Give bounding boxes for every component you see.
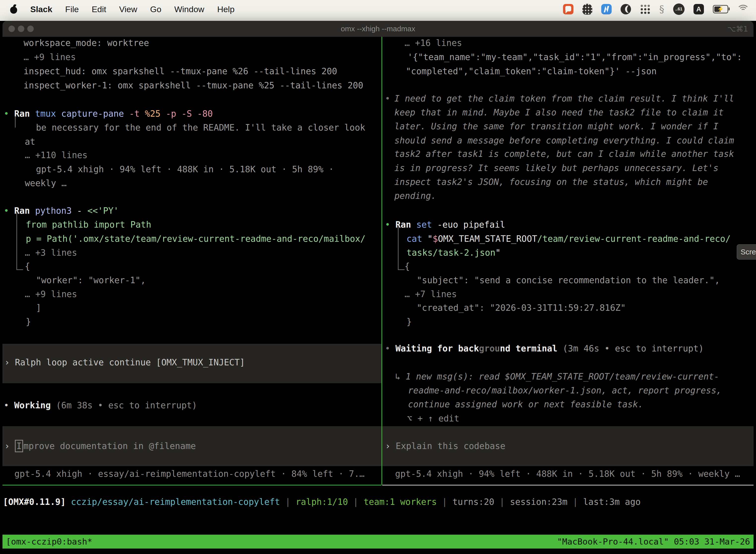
cat-command-line-2: tasks/task-2.json" (406, 246, 501, 260)
window-title: omx --xhigh --madmax (2, 21, 754, 37)
log-line: workspace_mode: worktree (23, 36, 149, 50)
mailbox-message-line: ↳ 1 new msg(s): read $OMX_TEAM_STATE_ROO… (395, 370, 719, 384)
command-tail-line: "completed","claim_token":"claim-token"}… (406, 64, 656, 78)
json-output-line: ] (36, 301, 41, 315)
collapsed-lines-indicator[interactable]: … +7 lines (404, 287, 457, 301)
menu-bar: Slack File Edit View Go Window Help § ..… (0, 0, 756, 21)
waiting-bullet-icon: • (385, 343, 395, 353)
left-input-text[interactable]: › Improve documentation in @filename (4, 439, 196, 453)
menu-item-view[interactable]: View (119, 4, 137, 14)
json-output-line: "worker": "worker-1", (36, 273, 146, 287)
prompt-chevron-icon: › (4, 441, 15, 451)
thinking-line: pending. (394, 189, 436, 203)
menu-item-file[interactable]: File (65, 4, 79, 14)
collapsed-lines-indicator[interactable]: … +3 lines (25, 246, 77, 260)
json-output-line: } (406, 315, 412, 329)
json-output-line: "created_at": "2026-03-31T11:59:27.816Z" (417, 301, 626, 315)
moon-app-icon[interactable] (621, 4, 631, 14)
screen-tooltip: Scre (737, 244, 756, 260)
shield-app-icon[interactable] (582, 4, 592, 15)
output-connector-line (15, 116, 20, 127)
mailbox-message-line: readme-and-reco/mailbox/worker-1.json, a… (408, 384, 721, 398)
blue-app-icon[interactable] (601, 4, 612, 14)
json-output-line: } (26, 315, 31, 329)
waiting-status-line: • Waiting for background terminal (3m 46… (385, 341, 704, 356)
tmux-status-bar: [omx-cczip0:bash* "MacBook-Pro-44.local"… (2, 535, 754, 549)
tmux-host-clock: "MacBook-Pro-44.local" 05:03 31-Mar-26 (557, 537, 750, 547)
right-session-status: gpt-5.4 xhigh · 94% left · 488K in · 5.1… (395, 467, 740, 481)
pane-divider[interactable] (381, 37, 382, 485)
code-line: from pathlib import Path (26, 218, 151, 232)
ran-tmux-command-line: • Ran tmux capture-pane -t %25 -p -S -80 (4, 107, 213, 121)
command-output-line: gpt-5.4 xhigh · 94% left · 488K in · 5.1… (36, 162, 334, 176)
thinking-line: should send a message before completing … (394, 133, 734, 148)
left-pane-bottom-border (2, 485, 381, 486)
ran-bullet-icon: • (4, 109, 9, 119)
command-output-line: weekly … (25, 176, 67, 190)
squiggle-app-icon[interactable]: § (659, 3, 664, 15)
collapsed-lines-indicator[interactable]: … +9 lines (25, 287, 77, 301)
log-line: inspect_worker-1: omx sparkshell --tmux-… (23, 78, 363, 93)
mailbox-message-line: continue assigned work or next feasible … (408, 397, 643, 411)
thinking-line: keep that in mind. Maybe I also need the… (394, 106, 724, 120)
right-input-text[interactable]: › Explain this codebase (385, 439, 505, 453)
ran-bullet-icon: • (4, 206, 9, 216)
json-output-line: { (25, 259, 30, 274)
thinking-line: I need to get the claim token from the c… (394, 92, 734, 106)
wifi-icon[interactable] (737, 5, 749, 14)
text-cursor: I (15, 440, 23, 452)
thinking-bullet-icon: • (385, 92, 390, 106)
collapsed-lines-indicator[interactable]: … +110 lines (25, 148, 87, 162)
omx-hud-line: [OMX#0.11.9] cczip/essay/ai-reimplementa… (3, 495, 641, 509)
log-line: inspect_hud: omx sparkshell --tmux-pane … (23, 64, 337, 78)
prompt-chevron-icon: › (385, 441, 396, 451)
thinking-line: inspect task2's JSON, focusing on the st… (394, 175, 708, 189)
code-block-connector-line (16, 213, 23, 270)
right-pane-bottom-border (382, 485, 754, 486)
json-output-line: "subject": "send a concise recommendatio… (417, 273, 720, 287)
menu-item-edit[interactable]: Edit (92, 4, 107, 14)
input-source-icon[interactable]: A (693, 4, 704, 14)
ralph-loop-text: › Ralph loop active continue [OMX_TMUX_I… (4, 355, 245, 370)
charging-bolt-icon: ⚡ (717, 6, 724, 12)
window-shortcut-hint: ⌥⌘1 (727, 21, 748, 37)
grid-menu-icon[interactable] (640, 4, 650, 14)
working-status-line: • Working (6m 38s • esc to interrupt) (4, 398, 197, 412)
collapsed-lines-indicator[interactable]: … +9 lines (23, 50, 76, 64)
tmux-session-window[interactable]: [omx-cczip0:bash* (6, 537, 92, 547)
screen: Slack File Edit View Go Window Help § ..… (0, 0, 756, 554)
cat-command-line: cat "$OMX_TEAM_STATE_ROOT/team/review-cu… (406, 232, 731, 246)
thinking-line: task2 after task1 is complete, but can I… (394, 147, 734, 161)
json-output-line: { (404, 259, 410, 274)
prompt-chevron-icon: › (4, 357, 15, 367)
ran-bullet-icon: • (385, 220, 390, 230)
command-tail-line: '{"team_name":"my-team","task_id":"1","f… (407, 50, 742, 64)
menu-item-window[interactable]: Window (174, 4, 204, 14)
working-bullet-icon: • (4, 400, 14, 410)
edit-shortcut-hint: ⌥ + ↑ edit (407, 411, 459, 426)
window-title-bar[interactable]: omx --xhigh --madmax ⌥⌘1 (2, 21, 754, 37)
command-output-line: be necessary for the end of the README. … (36, 121, 365, 135)
collapsed-lines-indicator[interactable]: … +16 lines (404, 36, 462, 50)
command-output-line: at (25, 135, 35, 149)
menu-left: Slack File Edit View Go Window Help (10, 4, 235, 14)
left-session-status: gpt-5.4 xhigh · essay/ai-reimplementatio… (14, 467, 365, 481)
gauge-badge-icon[interactable]: ..61 (673, 3, 685, 15)
code-block-connector-line (398, 226, 404, 270)
menu-item-go[interactable]: Go (150, 4, 161, 14)
code-line: p = Path('.omx/state/team/review-current… (26, 232, 366, 246)
menu-item-help[interactable]: Help (217, 4, 235, 14)
apple-menu-icon[interactable] (10, 5, 17, 14)
menu-app-name[interactable]: Slack (30, 4, 52, 14)
menu-status-icons: § ..61 A ⚡ (563, 3, 749, 15)
thinking-line: later. Using the same for transition mig… (394, 119, 718, 133)
battery-icon[interactable]: ⚡ (713, 5, 728, 13)
chat-app-icon[interactable] (563, 4, 573, 14)
thinking-line: is in progress? It seems likely but perh… (394, 161, 718, 175)
